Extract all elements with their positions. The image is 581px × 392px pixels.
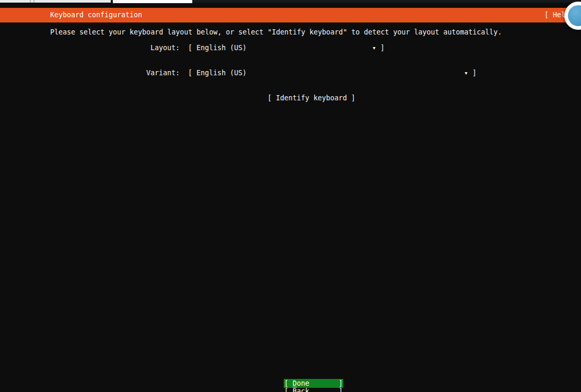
browser-tab-active[interactable] <box>113 0 192 3</box>
variant-select[interactable]: [ English (US) ▾ ] <box>188 69 477 77</box>
layout-label: Layout: <box>150 44 180 52</box>
chevron-down-icon: ▾ ] <box>372 44 385 52</box>
bubble-avatar <box>568 5 581 26</box>
layout-select-value: [ English (US) <box>188 44 247 52</box>
browser-tab-inactive[interactable] <box>0 0 111 3</box>
intro-text: Please select your keyboard layout below… <box>50 28 502 37</box>
floating-bubble[interactable] <box>564 2 581 30</box>
tab-separator <box>33 0 34 3</box>
tab-separator <box>30 0 31 3</box>
page-title: Keyboard configuration <box>50 8 142 22</box>
variant-select-value: [ English (US) <box>188 69 247 77</box>
back-button[interactable]: [ Back ] <box>284 387 343 392</box>
done-button[interactable]: [ Done ] <box>284 379 343 388</box>
chevron-down-icon: ▾ ] <box>464 69 477 77</box>
done-label-rest: one ] <box>297 379 343 387</box>
installer-header-bar: Keyboard configuration [ Help ] <box>0 8 581 22</box>
done-bracket: [ <box>284 379 293 387</box>
variant-label: Variant: <box>146 69 180 77</box>
browser-tab-strip <box>0 0 581 3</box>
done-accelerator: D <box>293 379 297 387</box>
layout-select[interactable]: [ English (US) ▾ ] <box>188 44 385 52</box>
identify-keyboard-button[interactable]: [ Identify keyboard ] <box>268 94 355 102</box>
